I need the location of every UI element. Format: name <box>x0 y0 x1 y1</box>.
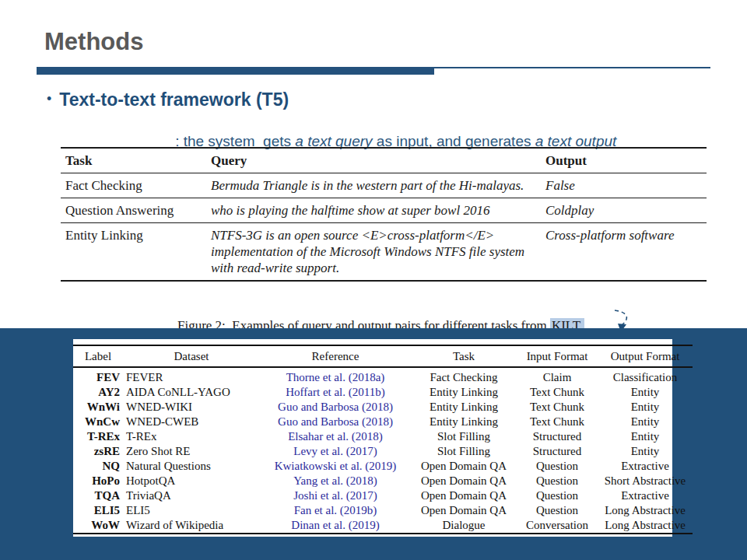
figure2-table: Task Query Output Fact Checking Bermuda … <box>61 147 707 282</box>
kilt-table-row: AY2AIDA CoNLL-YAGOHoffart et al. (2011b)… <box>73 385 693 400</box>
kilt-header-dataset: Dataset <box>123 345 260 367</box>
bullet-heading: Text-to-text framework (T5) <box>59 89 289 110</box>
kilt-output-format-cell: Extractive <box>598 459 693 474</box>
figure2-header-output: Output <box>541 148 707 173</box>
figure2-task-cell: Fact Checking <box>61 173 206 198</box>
kilt-panel: LabelDatasetReferenceTaskInput FormatOut… <box>0 328 747 560</box>
kilt-output-format-cell: Extractive <box>598 488 693 503</box>
kilt-reference-link[interactable]: Fan et al. (2019b) <box>260 503 411 518</box>
kilt-task-cell: Slot Filling <box>411 429 517 444</box>
kilt-task-cell: Entity Linking <box>411 400 517 415</box>
figure2-query-cell: who is playing the halftime show at supe… <box>206 198 541 223</box>
kilt-output-format-cell: Entity <box>598 444 693 459</box>
kilt-label-cell: HoPo <box>73 474 123 488</box>
kilt-dataset-cell: T-REx <box>123 429 260 444</box>
kilt-dataset-cell: WNED-CWEB <box>123 415 260 429</box>
kilt-dataset-cell: WNED-WIKI <box>123 400 260 415</box>
kilt-task-cell: Open Domain QA <box>411 474 517 488</box>
kilt-task-cell: Open Domain QA <box>411 488 517 503</box>
kilt-table: LabelDatasetReferenceTaskInput FormatOut… <box>73 345 693 534</box>
kilt-table-row: NQNatural QuestionsKwiatkowski et al. (2… <box>73 459 693 474</box>
bullet-icon: • <box>47 91 51 107</box>
kilt-task-cell: Entity Linking <box>411 385 517 400</box>
kilt-output-format-cell: Entity <box>598 400 693 415</box>
kilt-reference-link[interactable]: Levy et al. (2017) <box>260 444 411 459</box>
kilt-header-reference: Reference <box>260 345 411 367</box>
figure2-header-query: Query <box>206 148 541 173</box>
kilt-table-row: ELI5ELI5Fan et al. (2019b)Open Domain QA… <box>73 503 693 518</box>
kilt-label-cell: TQA <box>73 488 123 503</box>
figure2-header-row: Task Query Output <box>61 148 707 173</box>
title-underline-thin <box>434 67 710 68</box>
kilt-dataset-cell: Wizard of Wikipedia <box>123 518 260 534</box>
kilt-reference-link[interactable]: Hoffart et al. (2011b) <box>260 385 411 400</box>
figure2-task-cell: Entity Linking <box>61 223 206 282</box>
figure2-row: Fact Checking Bermuda Triangle is in the… <box>61 173 707 198</box>
kilt-task-cell: Dialogue <box>411 518 517 534</box>
kilt-input-format-cell: Structured <box>517 444 598 459</box>
kilt-task-cell: Entity Linking <box>411 415 517 429</box>
figure2-output-cell: False <box>541 173 707 198</box>
kilt-header-row: LabelDatasetReferenceTaskInput FormatOut… <box>73 345 693 367</box>
kilt-label-cell: AY2 <box>73 385 123 400</box>
kilt-table-row: WnWiWNED-WIKIGuo and Barbosa (2018)Entit… <box>73 400 693 415</box>
kilt-output-format-cell: Long Abstractive <box>598 518 693 534</box>
kilt-table-row: T-RExT-RExElsahar et al. (2018)Slot Fill… <box>73 429 693 444</box>
kilt-task-cell: Slot Filling <box>411 444 517 459</box>
kilt-input-format-cell: Question <box>517 488 598 503</box>
kilt-table-row: FEVFEVERThorne et al. (2018a)Fact Checki… <box>73 367 693 385</box>
kilt-reference-link[interactable]: Kwiatkowski et al. (2019) <box>260 459 411 474</box>
kilt-dataset-cell: TriviaQA <box>123 488 260 503</box>
kilt-input-format-cell: Text Chunk <box>517 415 598 429</box>
kilt-reference-link[interactable]: Joshi et al. (2017) <box>260 488 411 503</box>
kilt-input-format-cell: Structured <box>517 429 598 444</box>
kilt-table-row: WoWWizard of WikipediaDinan et al. (2019… <box>73 518 693 534</box>
figure2-row: Entity Linking NTFS-3G is an open source… <box>61 223 707 282</box>
kilt-dataset-cell: Zero Shot RE <box>123 444 260 459</box>
kilt-label-cell: WnWi <box>73 400 123 415</box>
bullet-item: •Text-to-text framework (T5) <box>47 89 289 110</box>
kilt-task-cell: Fact Checking <box>411 367 517 385</box>
kilt-label-cell: ELI5 <box>73 503 123 518</box>
figure2-output-cell: Coldplay <box>541 198 707 223</box>
kilt-dataset-cell: ELI5 <box>123 503 260 518</box>
kilt-reference-link[interactable]: Dinan et al. (2019) <box>260 518 411 534</box>
kilt-reference-link[interactable]: Elsahar et al. (2018) <box>260 429 411 444</box>
kilt-header-label: Label <box>73 345 123 367</box>
figure2-query-cell: Bermuda Triangle is in the western part … <box>206 173 541 198</box>
kilt-task-cell: Open Domain QA <box>411 503 517 518</box>
kilt-reference-link[interactable]: Guo and Barbosa (2018) <box>260 400 411 415</box>
kilt-reference-link[interactable]: Yang et al. (2018) <box>260 474 411 488</box>
kilt-output-format-cell: Classification <box>598 367 693 385</box>
title-underline-thick <box>37 67 434 75</box>
kilt-label-cell: zsRE <box>73 444 123 459</box>
kilt-table-row: HoPoHotpotQAYang et al. (2018)Open Domai… <box>73 474 693 488</box>
kilt-label-cell: T-REx <box>73 429 123 444</box>
kilt-output-format-cell: Entity <box>598 429 693 444</box>
kilt-task-cell: Open Domain QA <box>411 459 517 474</box>
kilt-card: LabelDatasetReferenceTaskInput FormatOut… <box>73 339 672 537</box>
kilt-header-output-format: Output Format <box>598 345 693 367</box>
kilt-dataset-cell: FEVER <box>123 367 260 385</box>
figure2-row: Question Answering who is playing the ha… <box>61 198 707 223</box>
kilt-table-row: WnCwWNED-CWEBGuo and Barbosa (2018)Entit… <box>73 415 693 429</box>
kilt-header-input-format: Input Format <box>517 345 598 367</box>
figure2-wrapper: Task Query Output Fact Checking Bermuda … <box>61 147 688 282</box>
kilt-reference-link[interactable]: Guo and Barbosa (2018) <box>260 415 411 429</box>
kilt-dataset-cell: AIDA CoNLL-YAGO <box>123 385 260 400</box>
slide-root: Methods •Text-to-text framework (T5) : t… <box>0 0 747 560</box>
kilt-input-format-cell: Question <box>517 474 598 488</box>
figure2-output-cell: Cross-platform software <box>541 223 707 282</box>
kilt-label-cell: WnCw <box>73 415 123 429</box>
kilt-label-cell: WoW <box>73 518 123 534</box>
figure2-task-cell: Question Answering <box>61 198 206 223</box>
kilt-input-format-cell: Conversation <box>517 518 598 534</box>
kilt-reference-link[interactable]: Thorne et al. (2018a) <box>260 367 411 385</box>
kilt-input-format-cell: Text Chunk <box>517 400 598 415</box>
page-title: Methods <box>44 28 143 56</box>
kilt-label-cell: FEV <box>73 367 123 385</box>
kilt-input-format-cell: Text Chunk <box>517 385 598 400</box>
kilt-label-cell: NQ <box>73 459 123 474</box>
figure2-header-task: Task <box>61 148 206 173</box>
kilt-output-format-cell: Entity <box>598 415 693 429</box>
